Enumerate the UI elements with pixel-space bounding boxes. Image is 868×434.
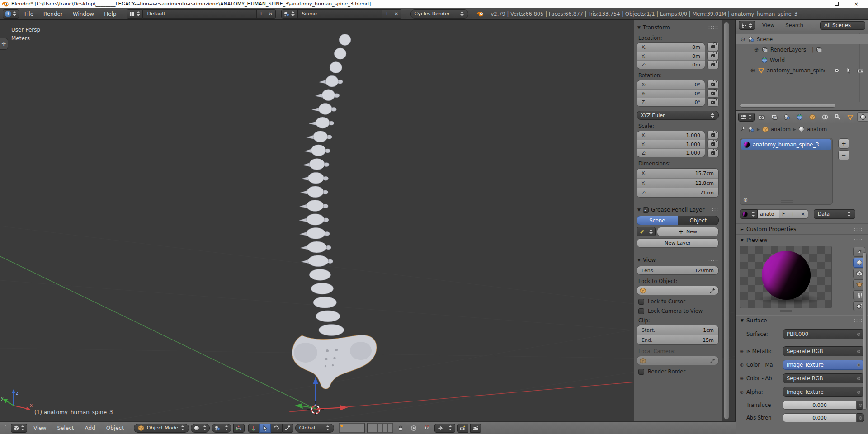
material-name-field[interactable]: anato (758, 209, 779, 219)
draw-tool-dropdown[interactable] (637, 227, 656, 236)
layer-cell[interactable] (378, 424, 382, 428)
breadcrumb-material-name[interactable]: anatom (807, 126, 827, 132)
tab-modifiers[interactable] (832, 112, 843, 122)
renderable-camera-icon[interactable] (857, 67, 863, 74)
lock-location-y-button[interactable] (707, 52, 719, 60)
screen-layout-browse-button[interactable] (127, 9, 143, 19)
local-camera-field[interactable] (637, 356, 719, 365)
menu-select[interactable]: Select (52, 425, 78, 431)
manipulator-toggle-button[interactable] (233, 424, 245, 433)
layer-cell[interactable] (359, 424, 364, 428)
browse-material-dropdown[interactable] (740, 209, 758, 219)
render-border-checkbox[interactable] (638, 369, 644, 375)
editor-type-selector[interactable] (739, 21, 755, 30)
color-ma-input-dropdown[interactable]: Image Texture (783, 360, 864, 370)
location-x-field[interactable]: X:0m (637, 43, 705, 52)
animate-property-icon[interactable]: ⊕ (739, 362, 745, 368)
layer-cell[interactable] (373, 424, 377, 428)
layer-cell[interactable] (349, 424, 354, 428)
layer-cell[interactable] (368, 424, 373, 428)
rotation-x-field[interactable]: X:0° (637, 80, 705, 89)
panel-grip-icon[interactable] (854, 227, 863, 231)
panel-grip-icon[interactable] (712, 208, 718, 212)
render-engine-dropdown[interactable]: Cycles Render (410, 9, 468, 19)
expand-icon[interactable]: ⊕ (750, 67, 756, 74)
outliner-row-world[interactable]: World (736, 55, 868, 65)
scale-y-field[interactable]: Y:1.000 (637, 140, 705, 148)
display-mode-dropdown[interactable]: All Scenes (820, 21, 865, 30)
tab-scene[interactable] (781, 112, 793, 122)
layer-cell[interactable] (368, 428, 373, 432)
clip-end-field[interactable]: End:15m (637, 335, 718, 344)
lock-rotation-y-button[interactable] (707, 89, 719, 98)
menu-add[interactable]: Add (80, 425, 100, 431)
editor-corner-grip[interactable] (3, 425, 9, 431)
menu-view[interactable]: View (29, 425, 51, 431)
tab-constraints[interactable] (819, 112, 830, 122)
layer-cell[interactable] (340, 428, 344, 432)
rotation-y-field[interactable]: Y:0° (637, 89, 705, 98)
layer-cell[interactable] (349, 428, 354, 432)
outliner-view-menu[interactable]: View (757, 22, 780, 28)
animate-property-icon[interactable]: ⊕ (739, 376, 745, 382)
add-layout-button[interactable]: + (257, 9, 266, 19)
lock-scale-y-button[interactable] (707, 140, 719, 148)
scene-name[interactable]: Scene (297, 9, 382, 19)
transform-orientation-dropdown[interactable]: Global (295, 424, 334, 433)
new-grease-pencil-button[interactable]: + New (657, 227, 719, 236)
clip-start-field[interactable]: Start:1cm (637, 326, 718, 335)
layer-cell[interactable] (354, 428, 359, 432)
collapse-icon[interactable]: ⊖ (740, 36, 746, 42)
screen-layout-name[interactable]: Default (143, 9, 257, 19)
remove-scene-button[interactable]: × (392, 9, 401, 19)
fake-user-button[interactable]: F (779, 209, 788, 219)
remove-material-slot-button[interactable]: − (838, 150, 849, 160)
lock-to-cursor-checkbox[interactable] (638, 299, 644, 305)
dimensions-z-field[interactable]: Z:71cm (637, 188, 718, 197)
menu-render[interactable]: Render (39, 11, 67, 17)
manipulator-rotate-button[interactable] (271, 424, 282, 433)
selectable-cursor-icon[interactable] (845, 67, 852, 74)
lens-field[interactable]: Lens: 120mm (637, 266, 719, 275)
outliner-row-renderlayers[interactable]: ⊕ RenderLayers | (736, 44, 868, 55)
outliner-row-scene[interactable]: ⊖ Scene (736, 34, 868, 44)
viewport-3d[interactable]: z x y User Persp Meters ✛ (1) anatomy_hu… (0, 20, 736, 421)
lock-scale-z-button[interactable] (707, 149, 719, 157)
panel-grip-icon[interactable] (854, 319, 863, 322)
layer-cell[interactable] (354, 424, 359, 428)
manipulator-move-button[interactable] (259, 424, 271, 433)
editor-type-selector[interactable]: i (3, 9, 19, 19)
add-material-slot-button[interactable]: + (838, 138, 849, 149)
unlink-material-button[interactable]: × (798, 209, 808, 219)
eyedropper-icon[interactable] (709, 358, 716, 364)
eyedropper-icon[interactable] (709, 288, 716, 294)
surface-shader-dropdown[interactable]: PBR.000 (783, 329, 864, 339)
rotation-mode-dropdown[interactable]: XYZ Euler (637, 111, 719, 120)
restore-button[interactable] (826, 0, 846, 8)
pin-icon[interactable] (740, 126, 746, 132)
panel-grip-icon[interactable] (708, 258, 718, 262)
layer-cell[interactable] (378, 428, 382, 432)
menu-file[interactable]: File (20, 11, 38, 17)
rotation-z-field[interactable]: Z:0° (637, 98, 705, 106)
editor-type-selector[interactable] (738, 113, 755, 122)
abs-strength-slider[interactable]: 0.000 (783, 413, 857, 422)
breadcrumb-object-name[interactable]: anatom (771, 126, 791, 132)
layers-widget-right[interactable] (367, 423, 393, 433)
lock-rotation-z-button[interactable] (707, 98, 719, 107)
location-y-field[interactable]: Y:0m (637, 52, 705, 60)
layer-cell[interactable] (383, 428, 387, 432)
snap-element-dropdown[interactable] (434, 424, 455, 433)
tab-scene[interactable]: Scene (637, 216, 678, 225)
snap-toggle-button[interactable] (421, 424, 433, 433)
lock-rotation-x-button[interactable] (707, 80, 719, 89)
translucence-slider[interactable]: 0.000 (783, 401, 857, 410)
new-material-button[interactable]: + (788, 209, 798, 219)
pivot-point-dropdown[interactable] (212, 424, 231, 433)
visibility-eye-icon[interactable] (834, 67, 840, 74)
view-panel-header[interactable]: ▼ View (637, 256, 718, 264)
material-slot-item[interactable]: anatomy_human_spine_3 (741, 139, 831, 150)
custom-properties-panel-header[interactable]: ► Custom Properties (736, 223, 868, 234)
preview-panel-header[interactable]: ▼ Preview (736, 234, 868, 245)
scale-z-field[interactable]: Z:1.000 (637, 148, 705, 157)
